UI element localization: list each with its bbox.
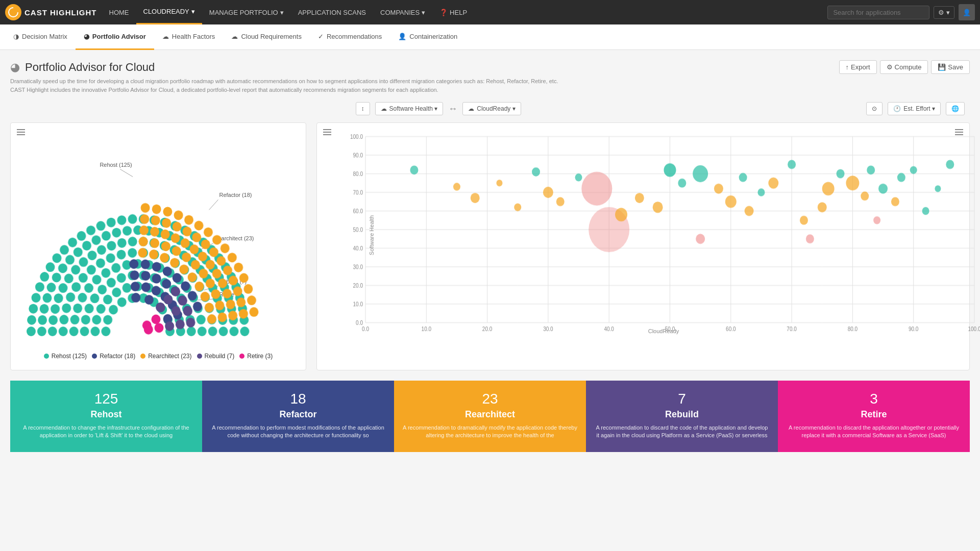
axis-arrow: ↔ (448, 104, 457, 114)
top-navigation: CAST HIGHLIGHT HOME CLOUDREADY ▾ MANAGE … (0, 0, 980, 24)
bubble-chart-container: [] Rehost (125) Refactor (18) Rearchitec… (10, 122, 306, 370)
scatter-chart-container: Software Health CloudReady (316, 122, 970, 370)
bubble-chart: [] Rehost (125) Refactor (18) Rearchitec… (21, 133, 296, 347)
main-content: ◕ Portfolio Advisor for Cloud ↑ Export ⚙… (0, 50, 980, 462)
target-icon: ⊙ (872, 105, 877, 112)
card-rehost: 125 Rehost A recommendation to change th… (10, 381, 202, 452)
retire-description: A recommendation to discard the applicat… (786, 424, 962, 440)
save-icon: 💾 (938, 63, 946, 71)
page-description: Dramatically speed up the time for devel… (10, 77, 572, 94)
rearchitect-count: 23 (482, 391, 498, 407)
nav-help[interactable]: ❓HELP (432, 0, 474, 24)
app-logo[interactable]: CAST HIGHLIGHT (5, 4, 97, 20)
legend-rearchitect: Rearchitect (23) (140, 353, 191, 360)
legend-label-rehost: Rehost (125) (52, 353, 87, 360)
bubble-legend: Rehost (125) Refactor (18) Rearchitect (… (21, 353, 296, 360)
refactor-description: A recommendation to perform modest modif… (210, 424, 386, 440)
logo-text: CAST HIGHLIGHT (24, 8, 97, 17)
tab-recommendations[interactable]: ✓ Recommendations (310, 24, 390, 50)
page-title: Portfolio Advisor for Cloud (25, 61, 155, 74)
recommendations-icon: ✓ (318, 33, 324, 40)
card-rearchitect: 23 Rearchitect A recommendation to drama… (394, 381, 586, 452)
logo-icon (5, 4, 21, 20)
scatter-chart: Software Health CloudReady (342, 128, 980, 342)
cloudready-dropdown-button[interactable]: ☁ CloudReady ▾ (462, 102, 521, 115)
legend-dot-rebuild (197, 354, 202, 359)
est-effort-button[interactable]: 🕐 Est. Effort ▾ (888, 102, 941, 115)
nav-cloudready[interactable]: CLOUDREADY ▾ (136, 0, 202, 24)
nav-home[interactable]: HOME (102, 0, 136, 24)
cloudready-icon: ☁ (468, 105, 474, 112)
card-rebuild: 7 Rebuild A recommendation to discard th… (586, 381, 778, 452)
globe-icon: 🌐 (951, 105, 959, 112)
avatar[interactable]: 👤 (959, 4, 975, 20)
y-axis-label: Software Health (369, 215, 375, 255)
cloud-requirements-icon: ☁ (231, 33, 238, 40)
legend-dot-rehost (44, 354, 49, 359)
sort-icon: ↕ (361, 105, 364, 112)
scatter-canvas (342, 128, 980, 342)
export-button[interactable]: ↑ Export (839, 60, 877, 74)
compute-button[interactable]: ⚙ Compute (880, 60, 928, 74)
chart-area: [] Rehost (125) Refactor (18) Rearchitec… (10, 122, 970, 370)
clock-icon: 🕐 (893, 105, 901, 112)
target-button[interactable]: ⊙ (866, 102, 883, 115)
refactor-label: Refactor (279, 409, 316, 420)
decision-matrix-icon: ◑ (13, 33, 19, 40)
sw-health-dropdown-button[interactable]: ☁ Software Health ▾ (375, 102, 444, 115)
filter-button[interactable]: ⚙ ▾ (934, 6, 954, 19)
sort-button[interactable]: ↕ (356, 102, 370, 115)
rehost-label: Rehost (90, 409, 121, 420)
nav-companies[interactable]: COMPANIES ▾ (373, 0, 432, 24)
sw-health-icon: ☁ (381, 105, 387, 112)
legend-refactor: Refactor (18) (92, 353, 135, 360)
globe-button[interactable]: 🌐 (946, 102, 965, 115)
card-refactor: 18 Refactor A recommendation to perform … (202, 381, 394, 452)
refactor-count: 18 (290, 391, 306, 407)
legend-dot-rearchitect (140, 354, 145, 359)
page-header: ◕ Portfolio Advisor for Cloud ↑ Export ⚙… (10, 60, 970, 74)
legend-label-retire: Retire (3) (247, 353, 273, 360)
rebuild-description: A recommendation to discard the code of … (594, 424, 770, 440)
tab-portfolio-advisor[interactable]: ◕ Portfolio Advisor (76, 24, 154, 50)
page-title-icon: ◕ (10, 61, 20, 74)
rehost-count: 125 (94, 391, 118, 407)
containerization-icon: 👤 (398, 33, 406, 40)
export-icon: ↑ (846, 63, 849, 71)
legend-rebuild: Rebuild (7) (197, 353, 235, 360)
scatter-chart-menu[interactable] (321, 127, 333, 137)
bottom-cards: 125 Rehost A recommendation to change th… (10, 381, 970, 452)
legend-rehost: Rehost (125) (44, 353, 87, 360)
nav-application-scans[interactable]: APPLICATION SCANS (291, 0, 373, 24)
retire-label: Retire (861, 409, 887, 420)
page-title-group: ◕ Portfolio Advisor for Cloud (10, 61, 155, 74)
search-input[interactable] (827, 6, 929, 19)
rehost-description: A recommendation to change the infrastru… (18, 424, 194, 440)
x-axis-label: CloudReady (648, 328, 679, 334)
health-factors-icon: ☁ (162, 33, 169, 40)
tabs-bar: ◑ Decision Matrix ◕ Portfolio Advisor ☁ … (0, 24, 980, 50)
rebuild-label: Rebuild (665, 409, 699, 420)
tab-health-factors[interactable]: ☁ Health Factors (154, 24, 224, 50)
legend-label-refactor: Refactor (18) (100, 353, 135, 360)
retire-count: 3 (870, 391, 878, 407)
rearchitect-label: Rearchitect (465, 409, 515, 420)
save-button[interactable]: 💾 Save (931, 60, 970, 74)
tab-decision-matrix[interactable]: ◑ Decision Matrix (5, 24, 76, 50)
nav-manage-portfolio[interactable]: MANAGE PORTFOLIO ▾ (202, 0, 291, 24)
legend-label-rebuild: Rebuild (7) (205, 353, 235, 360)
rearchitect-description: A recommendation to dramatically modify … (402, 424, 578, 440)
compute-icon: ⚙ (887, 63, 893, 71)
nav-search-area: ⚙ ▾ 👤 (827, 4, 975, 20)
tab-cloud-requirements[interactable]: ☁ Cloud Requirements (223, 24, 310, 50)
controls-row: ↕ ☁ Software Health ▾ ↔ ☁ CloudReady ▾ ⊙… (10, 102, 970, 115)
card-retire: 3 Retire A recommendation to discard the… (778, 381, 970, 452)
legend-label-rearchitect: Rearchitect (23) (148, 353, 191, 360)
rebuild-count: 7 (678, 391, 686, 407)
legend-retire: Retire (3) (239, 353, 273, 360)
page-actions: ↑ Export ⚙ Compute 💾 Save (839, 60, 970, 74)
portfolio-advisor-icon: ◕ (84, 33, 89, 40)
legend-dot-refactor (92, 354, 97, 359)
legend-dot-retire (239, 354, 244, 359)
tab-containerization[interactable]: 👤 Containerization (390, 24, 465, 50)
